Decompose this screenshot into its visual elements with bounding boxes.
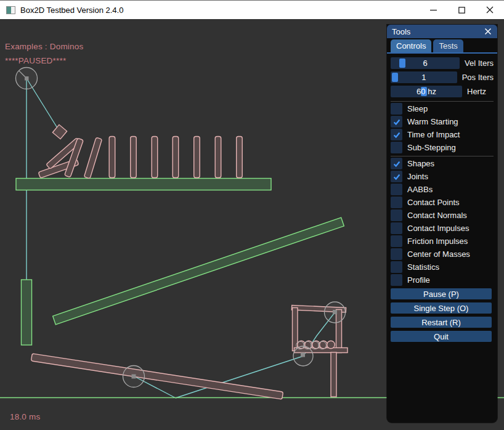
quit-button[interactable]: Quit bbox=[391, 331, 492, 342]
checkbox-contact-impulses[interactable]: Contact Impulses bbox=[391, 222, 494, 234]
domino bbox=[173, 137, 179, 178]
checkbox-joints[interactable]: Joints bbox=[391, 171, 494, 182]
hertz-slider[interactable]: 60 hz bbox=[391, 86, 462, 97]
checkbox-aabbs[interactable]: AABBs bbox=[391, 184, 494, 195]
pos-iters-slider[interactable]: 1 bbox=[391, 71, 457, 83]
checkbox-sleep[interactable]: Sleep bbox=[391, 103, 494, 115]
domino bbox=[194, 137, 200, 178]
checkbox-sub-stepping[interactable]: Sub-Stepping bbox=[391, 142, 494, 153]
single-step-button[interactable]: Single Step (O) bbox=[391, 302, 492, 314]
domino bbox=[84, 137, 102, 179]
checkbox-shapes[interactable]: Shapes bbox=[391, 158, 494, 169]
checkbox-profile[interactable]: Profile bbox=[391, 274, 494, 286]
domino bbox=[215, 137, 221, 178]
pos-iters-value: 1 bbox=[391, 71, 457, 83]
tools-panel: Tools Controls Tests 6 Vel Iters 1 bbox=[387, 25, 497, 423]
hertz-value: 60 hz bbox=[391, 86, 462, 97]
tab-controls[interactable]: Controls bbox=[391, 39, 431, 52]
frame-left-post bbox=[293, 308, 298, 351]
minimize-button[interactable] bbox=[419, 1, 447, 19]
pos-iters-label: Pos Iters bbox=[462, 73, 494, 82]
checkbox-statistics[interactable]: Statistics bbox=[391, 261, 494, 273]
domino bbox=[109, 137, 115, 178]
tools-panel-header[interactable]: Tools bbox=[387, 25, 497, 38]
shelf-ball bbox=[327, 341, 335, 349]
domino bbox=[131, 137, 137, 178]
app-client-area: Examples : Dominos ****PAUSED**** 18.0 m… bbox=[0, 19, 504, 430]
checkbox-time-of-impact[interactable]: Time of Impact bbox=[391, 129, 494, 140]
checkbox-center-of-masses[interactable]: Center of Masses bbox=[391, 248, 494, 260]
window-title: Box2D Testbed Version 2.4.0 bbox=[20, 6, 123, 15]
checkbox-contact-normals[interactable]: Contact Normals bbox=[391, 209, 494, 221]
app-icon bbox=[6, 6, 15, 14]
frame-time-label: 18.0 ms bbox=[10, 412, 40, 421]
separator bbox=[391, 101, 494, 102]
maximize-button[interactable] bbox=[447, 1, 476, 19]
vertical-block bbox=[22, 280, 32, 345]
checkbox-friction-impulses[interactable]: Friction Impulses bbox=[391, 235, 494, 247]
domino bbox=[237, 137, 243, 178]
separator bbox=[391, 156, 494, 156]
vel-iters-label: Vel Iters bbox=[465, 59, 494, 68]
vel-iters-slider[interactable]: 6 bbox=[391, 57, 460, 69]
joint-anchors bbox=[25, 76, 337, 379]
domino bbox=[152, 137, 158, 178]
domino-platform bbox=[16, 179, 271, 190]
paused-label: ****PAUSED**** bbox=[5, 56, 66, 65]
pendulum-box bbox=[52, 124, 67, 139]
tab-tests[interactable]: Tests bbox=[433, 39, 463, 52]
frame-lower-post bbox=[331, 352, 336, 397]
vel-iters-value: 6 bbox=[391, 57, 460, 69]
checkbox-contact-points[interactable]: Contact Points bbox=[391, 197, 494, 208]
restart-button[interactable]: Restart (R) bbox=[391, 317, 492, 328]
tools-panel-title: Tools bbox=[392, 27, 410, 36]
window-titlebar[interactable]: Box2D Testbed Version 2.4.0 bbox=[0, 0, 504, 19]
panel-close-icon[interactable] bbox=[483, 27, 492, 36]
pause-button[interactable]: Pause (P) bbox=[391, 288, 492, 299]
hertz-label: Hertz bbox=[467, 87, 486, 96]
panel-tabbar: Controls Tests bbox=[387, 38, 497, 54]
close-button[interactable] bbox=[476, 1, 504, 19]
example-label: Examples : Dominos bbox=[5, 42, 83, 51]
seesaw-plank bbox=[31, 354, 283, 399]
checkbox-warm-starting[interactable]: Warm Starting bbox=[391, 116, 494, 128]
